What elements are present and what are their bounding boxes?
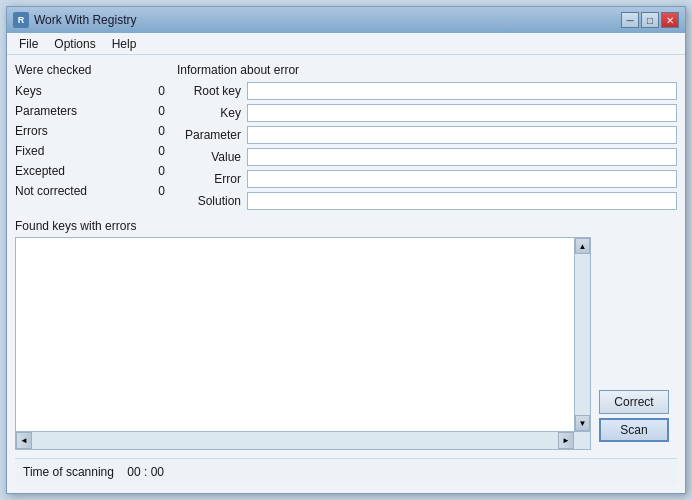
- stat-label-fixed: Fixed: [15, 144, 44, 158]
- list-and-scrollbar: ▲ ▼ ◄ ►: [15, 237, 591, 450]
- stat-value-keys: 0: [145, 84, 165, 98]
- scroll-left-button[interactable]: ◄: [16, 432, 32, 449]
- stat-label-keys: Keys: [15, 84, 42, 98]
- info-label-key: Key: [177, 106, 247, 120]
- stat-row-not-corrected: Not corrected 0: [15, 181, 165, 201]
- vertical-scrollbar: ▲ ▼: [574, 238, 590, 431]
- info-row-rootkey: Root key: [177, 81, 677, 101]
- menu-options[interactable]: Options: [46, 35, 103, 53]
- scroll-track-h[interactable]: [32, 432, 558, 449]
- content-area: Were checked Keys 0 Parameters 0 Errors …: [7, 55, 685, 493]
- info-input-solution[interactable]: [247, 192, 677, 210]
- window-icon: R: [13, 12, 29, 28]
- scrollbar-corner: [574, 432, 590, 449]
- info-row-value: Value: [177, 147, 677, 167]
- menu-bar: File Options Help: [7, 33, 685, 55]
- stat-row-errors: Errors 0: [15, 121, 165, 141]
- info-input-rootkey[interactable]: [247, 82, 677, 100]
- info-panel: Information about error Root key Key Par…: [177, 63, 677, 211]
- info-label-rootkey: Root key: [177, 84, 247, 98]
- stat-value-parameters: 0: [145, 104, 165, 118]
- stats-title: Were checked: [15, 63, 165, 77]
- stat-label-parameters: Parameters: [15, 104, 77, 118]
- info-row-key: Key: [177, 103, 677, 123]
- stat-value-not-corrected: 0: [145, 184, 165, 198]
- found-keys-area[interactable]: [16, 238, 574, 431]
- info-row-solution: Solution: [177, 191, 677, 211]
- maximize-button[interactable]: □: [641, 12, 659, 28]
- info-input-error[interactable]: [247, 170, 677, 188]
- info-row-parameter: Parameter: [177, 125, 677, 145]
- stat-value-excepted: 0: [145, 164, 165, 178]
- stat-row-keys: Keys 0: [15, 81, 165, 101]
- text-area-container: ▲ ▼: [15, 237, 591, 432]
- info-label-value: Value: [177, 150, 247, 164]
- bottom-bar: Time of scanning 00 : 00: [15, 458, 677, 485]
- stats-panel: Were checked Keys 0 Parameters 0 Errors …: [15, 63, 165, 211]
- scroll-track-v[interactable]: [575, 254, 590, 415]
- time-label: Time of scanning: [23, 465, 114, 479]
- info-grid: Root key Key Parameter Value: [177, 81, 677, 211]
- close-button[interactable]: ✕: [661, 12, 679, 28]
- scan-button[interactable]: Scan: [599, 418, 669, 442]
- info-row-error: Error: [177, 169, 677, 189]
- horizontal-scrollbar-row: ◄ ►: [15, 432, 591, 450]
- action-buttons-col: Correct Scan: [599, 237, 677, 450]
- stat-row-excepted: Excepted 0: [15, 161, 165, 181]
- found-keys-section: Found keys with errors ▲ ▼ ◄ ►: [15, 219, 677, 450]
- scroll-right-button[interactable]: ►: [558, 432, 574, 449]
- time-value: 00 : 00: [127, 465, 164, 479]
- stat-label-not-corrected: Not corrected: [15, 184, 87, 198]
- stat-value-fixed: 0: [145, 144, 165, 158]
- content-with-buttons: ▲ ▼ ◄ ► Correct Scan: [15, 237, 677, 450]
- info-label-parameter: Parameter: [177, 128, 247, 142]
- stat-row-parameters: Parameters 0: [15, 101, 165, 121]
- top-section: Were checked Keys 0 Parameters 0 Errors …: [15, 63, 677, 211]
- stat-value-errors: 0: [145, 124, 165, 138]
- info-input-value[interactable]: [247, 148, 677, 166]
- scroll-up-button[interactable]: ▲: [575, 238, 590, 254]
- stat-row-fixed: Fixed 0: [15, 141, 165, 161]
- scroll-down-button[interactable]: ▼: [575, 415, 590, 431]
- minimize-button[interactable]: ─: [621, 12, 639, 28]
- menu-file[interactable]: File: [11, 35, 46, 53]
- title-bar: R Work With Registry ─ □ ✕: [7, 7, 685, 33]
- info-label-error: Error: [177, 172, 247, 186]
- time-info: Time of scanning 00 : 00: [23, 465, 164, 479]
- info-input-parameter[interactable]: [247, 126, 677, 144]
- info-label-solution: Solution: [177, 194, 247, 208]
- title-bar-buttons: ─ □ ✕: [621, 12, 679, 28]
- stat-label-excepted: Excepted: [15, 164, 65, 178]
- correct-button[interactable]: Correct: [599, 390, 669, 414]
- menu-help[interactable]: Help: [104, 35, 145, 53]
- stat-label-errors: Errors: [15, 124, 48, 138]
- window-title: Work With Registry: [34, 13, 621, 27]
- info-title: Information about error: [177, 63, 677, 77]
- main-window: R Work With Registry ─ □ ✕ File Options …: [6, 6, 686, 494]
- info-input-key[interactable]: [247, 104, 677, 122]
- found-keys-label: Found keys with errors: [15, 219, 677, 233]
